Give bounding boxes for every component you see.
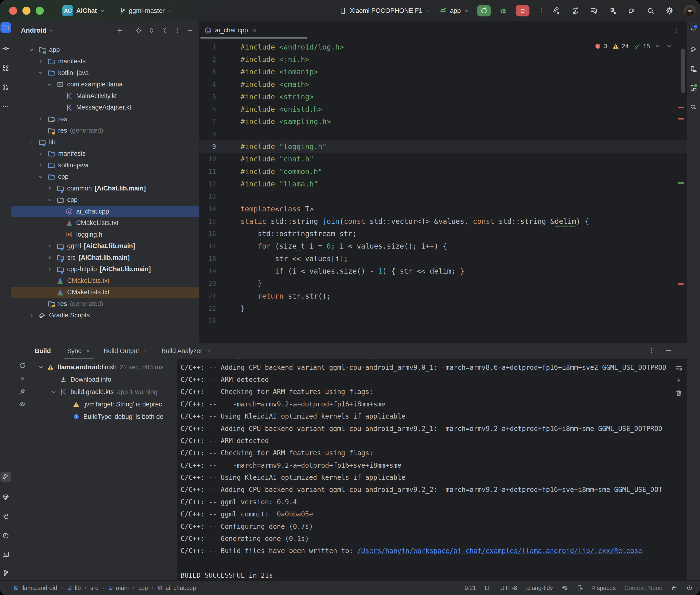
tree-item-src[interactable]: src[AiChat.lib.main] [11, 252, 199, 263]
chevron-right-icon[interactable] [29, 313, 38, 318]
error-stripe-mark[interactable] [678, 107, 684, 108]
notifications-button[interactable] [688, 24, 699, 34]
user-avatar[interactable] [684, 5, 696, 17]
breadcrumb-src[interactable]: src [90, 585, 98, 591]
build-output-path-link[interactable]: /Users/hanyin/Workspace/ai-chat/examples… [357, 547, 642, 555]
tree-item-cmakelists-txt[interactable]: CMakeLists.txt [11, 217, 199, 229]
chevron-right-icon[interactable] [47, 255, 56, 260]
chevron-right-icon[interactable] [38, 116, 47, 122]
tree-spacer[interactable] [38, 301, 47, 307]
tree-item-logging-h[interactable]: logging.h [11, 229, 199, 240]
breadcrumb-llama-android[interactable]: llama.android [13, 585, 57, 591]
tree-spacer[interactable] [56, 93, 65, 99]
zoom-window-button[interactable] [36, 7, 44, 15]
structure-tool-button[interactable] [0, 63, 11, 73]
chevron-right-icon[interactable] [47, 186, 56, 191]
tree-item-kotlin-java[interactable]: kotlin+java [11, 67, 199, 79]
chevron-down-icon[interactable] [29, 139, 38, 145]
running-devices-button[interactable] [688, 83, 699, 93]
build-tree-item[interactable]: BuildType 'debug' is both de [33, 410, 177, 423]
tree-item-ai-chat-cpp[interactable]: Cai_chat.cpp [11, 206, 199, 217]
soft-wrap-button[interactable] [675, 364, 683, 372]
tree-item-cpp[interactable]: cpp [11, 194, 199, 206]
project-widget[interactable]: AC AiChat [62, 5, 105, 16]
code-line-3[interactable]: 3#include <iomanip> [199, 66, 687, 78]
editor-options-button[interactable] [673, 27, 680, 34]
chevron-down-icon[interactable] [51, 389, 60, 395]
build-tree-item[interactable]: llama.android: finished22 sec, 583 ms [33, 361, 177, 373]
build-variants-button[interactable] [590, 6, 598, 15]
build-tree-item[interactable]: Download info [33, 373, 177, 386]
code-line-16[interactable]: 16 std::ostringstream str; [199, 227, 687, 240]
error-stripe-mark[interactable] [678, 283, 684, 285]
breadcrumb-main[interactable]: main [108, 585, 129, 591]
tree-spacer[interactable] [51, 377, 60, 382]
problems-tool-button[interactable] [0, 531, 11, 541]
formatter-icon[interactable] [561, 585, 568, 591]
code-line-4[interactable]: 4#include <cmath> [199, 78, 687, 90]
tree-item-res[interactable]: res(generated) [11, 298, 199, 310]
context-indicator[interactable]: Context: None [624, 585, 662, 591]
tree-spacer[interactable] [56, 232, 65, 237]
tree-item-com-example-llama[interactable]: com.example.llama [11, 79, 199, 90]
code-line-9[interactable]: 9#include "logging.h" [199, 140, 687, 152]
tree-spacer[interactable] [56, 105, 65, 111]
chevron-right-icon[interactable] [47, 266, 56, 272]
hide-build-panel-button[interactable] [665, 347, 672, 354]
breadcrumb-lib[interactable]: lib [67, 585, 81, 591]
tree-spacer[interactable] [64, 401, 73, 407]
version-control-tool-button[interactable] [0, 568, 11, 578]
select-opened-file-button[interactable] [135, 27, 142, 34]
minimize-window-button[interactable] [22, 7, 30, 15]
gemini-assistant-button[interactable] [688, 102, 699, 112]
app-quality-insights-button[interactable] [0, 492, 11, 502]
collapse-all-button[interactable] [161, 27, 168, 34]
chevron-right-icon[interactable] [38, 151, 47, 157]
rerun-sync-button[interactable] [19, 362, 26, 370]
panel-options-button[interactable] [174, 27, 181, 34]
code-line-6[interactable]: 6#include <unistd.h> [199, 103, 687, 115]
alert-circle-icon[interactable] [686, 585, 693, 591]
build-tab-build-analyzer[interactable]: Build Analyzer [155, 343, 218, 359]
code-line-15[interactable]: 15static std::string join(const std::vec… [199, 215, 687, 227]
vcs-branch-widget[interactable]: ggml-master [119, 7, 173, 15]
analyzer-status[interactable]: .clang-tidy [526, 585, 553, 591]
build-tree-item[interactable]: build.gradle.ktsapp 1 warning [33, 386, 177, 398]
code-line-21[interactable]: 21 return str.str(); [199, 290, 687, 302]
tree-item-res[interactable]: res [11, 113, 199, 125]
chevron-down-icon[interactable] [38, 364, 47, 370]
sync-project-button[interactable]: A [571, 6, 580, 15]
tree-item-cpp[interactable]: cpp [11, 171, 199, 183]
indent-config-icon[interactable] [577, 585, 583, 591]
close-tab-icon[interactable] [251, 28, 257, 33]
code-line-20[interactable]: 20 } [199, 277, 687, 290]
tree-spacer[interactable] [47, 289, 56, 295]
code-line-1[interactable]: 1#include <android/log.h> [199, 41, 687, 53]
code-line-22[interactable]: 22} [199, 302, 687, 314]
build-tool-button[interactable] [0, 472, 11, 482]
code-line-5[interactable]: 5#include <string> [199, 90, 687, 103]
tree-item-kotlin-java[interactable]: kotlin+java [11, 160, 199, 171]
code-line-19[interactable]: 19 if (i < values.size() - 1) { str << d… [199, 265, 687, 277]
breadcrumb-ai-chat-cpp[interactable]: Cai_chat.cpp [158, 585, 196, 591]
more-run-actions-button[interactable] [537, 7, 545, 14]
chevron-down-icon[interactable] [47, 197, 56, 203]
code-line-2[interactable]: 2#include <jni.h> [199, 53, 687, 65]
device-selector[interactable]: Xiaomi POCOPHONE F1 [339, 7, 430, 15]
tree-spacer[interactable] [56, 208, 65, 214]
gradle-tool-button[interactable] [688, 44, 699, 55]
chevron-right-icon[interactable] [38, 59, 47, 64]
code-line-17[interactable]: 17 for (size_t i = 0; i < values.size();… [199, 240, 687, 252]
search-everywhere-button[interactable] [646, 6, 655, 15]
tree-item-res[interactable]: res(generated) [11, 125, 199, 137]
run-configuration-selector[interactable]: app [439, 6, 469, 15]
add-button[interactable] [116, 27, 123, 34]
code-editor[interactable]: 1#include <android/log.h>2#include <jni.… [199, 39, 687, 343]
tree-spacer[interactable] [38, 128, 47, 134]
tree-item-cmakelists-txt[interactable]: CMakeLists.txt [11, 287, 199, 298]
close-tab-icon[interactable] [206, 348, 211, 353]
chevron-down-icon[interactable] [29, 47, 38, 53]
commit-tool-button[interactable] [0, 43, 11, 54]
close-tab-icon[interactable] [143, 348, 148, 353]
clear-console-button[interactable] [675, 389, 683, 397]
